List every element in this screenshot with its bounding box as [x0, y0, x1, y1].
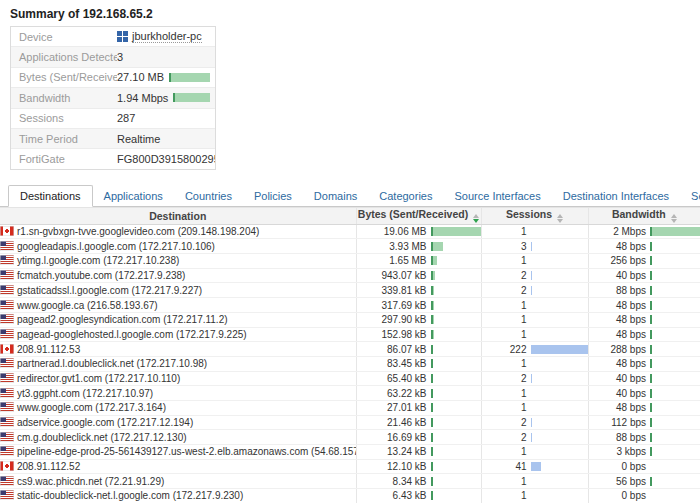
column-header-bytes[interactable]: Bytes (Sent/Received) [356, 207, 481, 224]
country-flag-icon-us [0, 300, 14, 310]
sessions-value: 222 [482, 344, 531, 355]
table-row[interactable]: 208.91.112.5212.10 kB410 bps [0, 459, 700, 474]
bandwidth-value: 56 bps [589, 476, 651, 487]
table-row[interactable]: adservice.google.com (172.217.12.194)21.… [0, 415, 700, 430]
tab-policies[interactable]: Policies [243, 186, 303, 206]
summary-value: 287 [117, 112, 215, 124]
sort-icon[interactable] [557, 214, 563, 223]
bytes-value: 12.10 kB [357, 461, 431, 472]
sessions-bar [531, 242, 588, 251]
table-row[interactable]: static-doubleclick-net.l.google.com (172… [0, 489, 700, 503]
table-row[interactable]: googleadapis.l.google.com (172.217.10.10… [0, 239, 700, 254]
table-row[interactable]: cm.g.doubleclick.net (172.217.12.130)16.… [0, 430, 700, 445]
table-row[interactable]: pagead-googlehosted.l.google.com (172.21… [0, 327, 700, 342]
country-flag-icon-us [0, 402, 14, 412]
sort-icon[interactable] [671, 214, 677, 223]
tab-bar: DestinationsApplicationsCountriesPolicie… [0, 183, 700, 207]
summary-row: FortiGateFG800D3915800295 [11, 148, 215, 168]
summary-row: Applications Detected3 [11, 46, 215, 66]
country-flag-icon-us [0, 417, 14, 427]
summary-table: Devicejburkholder-pcApplications Detecte… [10, 26, 216, 170]
table-row[interactable]: www.google.com (172.217.3.164)27.01 kB14… [0, 400, 700, 415]
summary-row: Bytes (Sent/Received)27.10 MB [11, 67, 215, 87]
sessions-bar [531, 345, 588, 354]
bandwidth-value: 48 bps [589, 300, 651, 311]
sessions-bar [531, 433, 588, 442]
sessions-bar [531, 462, 588, 471]
summary-row: Bandwidth1.94 Mbps [11, 87, 215, 107]
column-header-destination[interactable]: Destination [0, 207, 356, 224]
bytes-bar [431, 418, 481, 427]
column-header-bandwidth[interactable]: Bandwidth [588, 207, 700, 224]
summary-value: jburkholder-pc [117, 30, 215, 43]
page-title: Summary of 192.168.65.2 [10, 7, 700, 21]
bytes-bar [431, 462, 481, 471]
tab-source-interfaces[interactable]: Source Interfaces [443, 186, 551, 206]
country-flag-icon-ca [0, 226, 14, 236]
bandwidth-bar [650, 345, 700, 354]
bytes-value: 16.69 kB [357, 432, 431, 443]
table-row[interactable]: redirector.gvt1.com (172.217.10.110)65.4… [0, 371, 700, 386]
bytes-value: 27.01 kB [357, 402, 431, 413]
table-row[interactable]: 208.91.112.5386.07 kB222288 bps [0, 342, 700, 357]
sort-desc-icon[interactable] [473, 214, 479, 223]
country-flag-icon-us [0, 432, 14, 442]
summary-label: Bandwidth [11, 92, 117, 104]
destination-text: pagead2.googlesyndication.com (172.217.1… [17, 314, 228, 325]
bytes-bar [431, 345, 481, 354]
bytes-value: 83.45 kB [357, 358, 431, 369]
tab-domains[interactable]: Domains [303, 186, 368, 206]
bytes-bar [431, 447, 481, 456]
table-row[interactable]: ytimg.l.google.com (172.217.10.238)1.65 … [0, 254, 700, 269]
table-row[interactable]: fcmatch.youtube.com (172.217.9.238)943.0… [0, 268, 700, 283]
bytes-value: 13.24 kB [357, 446, 431, 457]
table-row[interactable]: cs9.wac.phicdn.net (72.21.91.29)8.34 kB1… [0, 474, 700, 489]
destination-text: redirector.gvt1.com (172.217.10.110) [17, 373, 180, 384]
table-row[interactable]: pagead2.googlesyndication.com (172.217.1… [0, 312, 700, 327]
summary-value: 3 [117, 51, 215, 63]
bandwidth-bar [650, 286, 700, 295]
tab-applications[interactable]: Applications [93, 186, 174, 206]
sessions-value: 2 [482, 270, 531, 281]
bytes-bar [431, 256, 481, 265]
sessions-value: 1 [482, 446, 531, 457]
summary-label: Sessions [11, 112, 117, 124]
tab-sessions[interactable]: Sessions [680, 186, 700, 206]
bandwidth-bar [650, 418, 700, 427]
column-header-sessions[interactable]: Sessions [481, 207, 588, 224]
summary-bar [173, 93, 210, 102]
destination-text: yt3.ggpht.com (172.217.10.97) [17, 388, 153, 399]
device-name-link[interactable]: jburkholder-pc [132, 30, 202, 43]
table-row[interactable]: gstaticadssl.l.google.com (172.217.9.227… [0, 283, 700, 298]
destination-text: fcmatch.youtube.com (172.217.9.238) [17, 270, 185, 281]
bandwidth-value: 40 bps [589, 388, 651, 399]
bytes-bar [431, 301, 481, 310]
tab-countries[interactable]: Countries [174, 186, 243, 206]
sessions-bar [531, 286, 588, 295]
bytes-bar [431, 491, 481, 500]
tab-destinations[interactable]: Destinations [8, 185, 93, 207]
table-row[interactable]: pipeline-edge-prod-25-561439127.us-west-… [0, 445, 700, 460]
bytes-value: 943.07 kB [357, 270, 431, 281]
destination-text: ytimg.l.google.com (172.217.10.238) [17, 255, 179, 266]
bytes-bar [431, 433, 481, 442]
bandwidth-value: 48 bps [589, 241, 651, 252]
bandwidth-bar [650, 330, 700, 339]
table-row[interactable]: partnerad.l.doubleclick.net (172.217.10.… [0, 356, 700, 371]
bandwidth-value: 48 bps [589, 329, 651, 340]
destination-text: pagead-googlehosted.l.google.com (172.21… [17, 329, 247, 340]
bytes-value: 21.46 kB [357, 417, 431, 428]
destinations-tbody: r1.sn-gvbxgn-tvve.googlevideo.com (209.1… [0, 224, 700, 503]
bandwidth-value: 48 bps [589, 402, 651, 413]
sessions-value: 2 [482, 432, 531, 443]
tab-destination-interfaces[interactable]: Destination Interfaces [552, 186, 680, 206]
sessions-value: 1 [482, 402, 531, 413]
tab-categories[interactable]: Categories [368, 186, 443, 206]
country-flag-icon-us [0, 476, 14, 486]
table-row[interactable]: www.google.ca (216.58.193.67)317.69 kB14… [0, 298, 700, 313]
column-header-label: Bandwidth [612, 208, 666, 220]
bytes-value: 317.69 kB [357, 300, 431, 311]
table-row[interactable]: yt3.ggpht.com (172.217.10.97)63.22 kB140… [0, 386, 700, 401]
bytes-value: 1.65 MB [357, 255, 431, 266]
table-row[interactable]: r1.sn-gvbxgn-tvve.googlevideo.com (209.1… [0, 224, 700, 239]
